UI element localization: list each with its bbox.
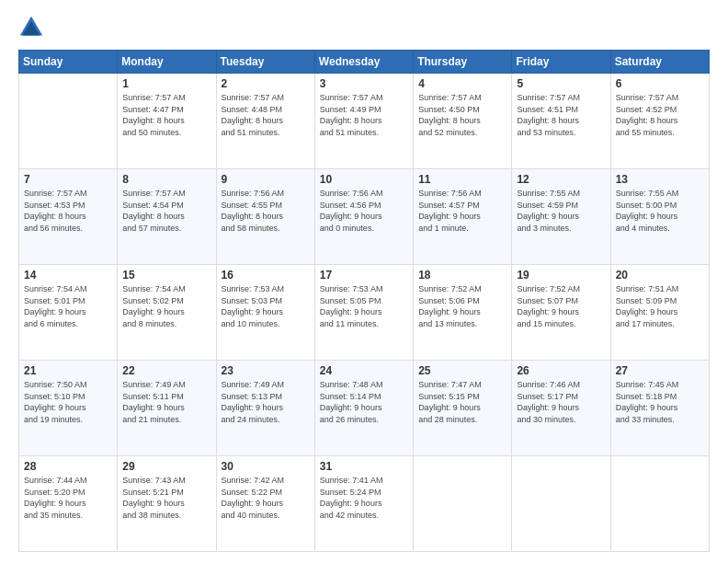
calendar-cell (19, 74, 118, 169)
day-info: Sunrise: 7:57 AM Sunset: 4:54 PM Dayligh… (122, 188, 210, 234)
day-info: Sunrise: 7:53 AM Sunset: 5:05 PM Dayligh… (320, 283, 408, 329)
day-info: Sunrise: 7:50 AM Sunset: 5:10 PM Dayligh… (24, 379, 112, 425)
weekday-header-friday: Friday (512, 51, 610, 74)
day-info: Sunrise: 7:54 AM Sunset: 5:02 PM Dayligh… (122, 283, 210, 329)
calendar-cell: 30Sunrise: 7:42 AM Sunset: 5:22 PM Dayli… (216, 456, 314, 552)
day-number: 15 (122, 269, 210, 282)
day-number: 3 (320, 77, 408, 90)
day-number: 4 (418, 77, 506, 90)
calendar-table: SundayMondayTuesdayWednesdayThursdayFrid… (18, 50, 710, 552)
calendar-cell: 5Sunrise: 7:57 AM Sunset: 4:51 PM Daylig… (512, 74, 610, 169)
logo-icon (18, 15, 44, 40)
day-number: 9 (222, 173, 310, 186)
day-number: 21 (24, 364, 112, 377)
calendar-cell (610, 456, 709, 552)
weekday-header-thursday: Thursday (414, 51, 512, 74)
day-info: Sunrise: 7:56 AM Sunset: 4:57 PM Dayligh… (418, 188, 506, 234)
calendar-cell: 27Sunrise: 7:45 AM Sunset: 5:18 PM Dayli… (610, 361, 709, 456)
calendar-cell: 31Sunrise: 7:41 AM Sunset: 5:24 PM Dayli… (314, 456, 413, 552)
day-number: 2 (222, 77, 310, 90)
day-info: Sunrise: 7:57 AM Sunset: 4:52 PM Dayligh… (616, 92, 704, 138)
day-number: 25 (418, 364, 506, 377)
weekday-header-wednesday: Wednesday (314, 51, 413, 74)
weekday-header-saturday: Saturday (610, 51, 709, 74)
day-number: 19 (517, 269, 605, 282)
day-info: Sunrise: 7:52 AM Sunset: 5:06 PM Dayligh… (418, 283, 506, 329)
calendar-week-4: 21Sunrise: 7:50 AM Sunset: 5:10 PM Dayli… (19, 361, 710, 456)
calendar-cell: 23Sunrise: 7:49 AM Sunset: 5:13 PM Dayli… (216, 361, 314, 456)
calendar-cell: 6Sunrise: 7:57 AM Sunset: 4:52 PM Daylig… (610, 74, 709, 169)
calendar-cell: 26Sunrise: 7:46 AM Sunset: 5:17 PM Dayli… (512, 361, 610, 456)
day-info: Sunrise: 7:57 AM Sunset: 4:49 PM Dayligh… (320, 92, 408, 138)
calendar-cell (512, 456, 610, 552)
weekday-header-monday: Monday (118, 51, 216, 74)
day-number: 14 (24, 269, 112, 282)
calendar-cell: 13Sunrise: 7:55 AM Sunset: 5:00 PM Dayli… (610, 169, 709, 265)
calendar-cell: 4Sunrise: 7:57 AM Sunset: 4:50 PM Daylig… (414, 74, 512, 169)
day-number: 20 (616, 269, 704, 282)
day-info: Sunrise: 7:48 AM Sunset: 5:14 PM Dayligh… (320, 379, 408, 425)
calendar-cell: 10Sunrise: 7:56 AM Sunset: 4:56 PM Dayli… (314, 169, 413, 265)
day-info: Sunrise: 7:56 AM Sunset: 4:56 PM Dayligh… (320, 188, 408, 234)
day-info: Sunrise: 7:56 AM Sunset: 4:55 PM Dayligh… (222, 188, 310, 234)
day-info: Sunrise: 7:57 AM Sunset: 4:51 PM Dayligh… (517, 92, 605, 138)
day-info: Sunrise: 7:49 AM Sunset: 5:13 PM Dayligh… (222, 379, 310, 425)
weekday-header-row: SundayMondayTuesdayWednesdayThursdayFrid… (19, 51, 710, 74)
day-number: 22 (122, 364, 210, 377)
day-number: 24 (320, 364, 408, 377)
calendar-cell: 22Sunrise: 7:49 AM Sunset: 5:11 PM Dayli… (118, 361, 216, 456)
day-number: 11 (418, 173, 506, 186)
day-number: 10 (320, 173, 408, 186)
day-info: Sunrise: 7:42 AM Sunset: 5:22 PM Dayligh… (222, 475, 310, 521)
day-info: Sunrise: 7:55 AM Sunset: 4:59 PM Dayligh… (517, 188, 605, 234)
calendar-cell: 11Sunrise: 7:56 AM Sunset: 4:57 PM Dayli… (414, 169, 512, 265)
calendar-week-3: 14Sunrise: 7:54 AM Sunset: 5:01 PM Dayli… (19, 265, 710, 361)
calendar-cell: 20Sunrise: 7:51 AM Sunset: 5:09 PM Dayli… (610, 265, 709, 361)
calendar-cell: 18Sunrise: 7:52 AM Sunset: 5:06 PM Dayli… (414, 265, 512, 361)
calendar-week-2: 7Sunrise: 7:57 AM Sunset: 4:53 PM Daylig… (19, 169, 710, 265)
weekday-header-sunday: Sunday (19, 51, 118, 74)
day-info: Sunrise: 7:41 AM Sunset: 5:24 PM Dayligh… (320, 475, 408, 521)
calendar-cell: 19Sunrise: 7:52 AM Sunset: 5:07 PM Dayli… (512, 265, 610, 361)
day-info: Sunrise: 7:49 AM Sunset: 5:11 PM Dayligh… (122, 379, 210, 425)
day-number: 8 (122, 173, 210, 186)
day-info: Sunrise: 7:46 AM Sunset: 5:17 PM Dayligh… (517, 379, 605, 425)
calendar-cell (414, 456, 512, 552)
day-info: Sunrise: 7:43 AM Sunset: 5:21 PM Dayligh… (122, 475, 210, 521)
calendar-cell: 2Sunrise: 7:57 AM Sunset: 4:48 PM Daylig… (216, 74, 314, 169)
day-info: Sunrise: 7:57 AM Sunset: 4:53 PM Dayligh… (24, 188, 112, 234)
calendar-cell: 17Sunrise: 7:53 AM Sunset: 5:05 PM Dayli… (314, 265, 413, 361)
day-number: 27 (616, 364, 704, 377)
weekday-header-tuesday: Tuesday (216, 51, 314, 74)
day-number: 26 (517, 364, 605, 377)
day-number: 18 (418, 269, 506, 282)
calendar-week-1: 1Sunrise: 7:57 AM Sunset: 4:47 PM Daylig… (19, 74, 710, 169)
calendar-cell: 1Sunrise: 7:57 AM Sunset: 4:47 PM Daylig… (118, 74, 216, 169)
day-info: Sunrise: 7:47 AM Sunset: 5:15 PM Dayligh… (418, 379, 506, 425)
day-number: 30 (222, 460, 310, 473)
calendar-cell: 15Sunrise: 7:54 AM Sunset: 5:02 PM Dayli… (118, 265, 216, 361)
day-number: 6 (616, 77, 704, 90)
calendar-cell: 29Sunrise: 7:43 AM Sunset: 5:21 PM Dayli… (118, 456, 216, 552)
calendar-cell: 24Sunrise: 7:48 AM Sunset: 5:14 PM Dayli… (314, 361, 413, 456)
day-info: Sunrise: 7:57 AM Sunset: 4:48 PM Dayligh… (222, 92, 310, 138)
day-info: Sunrise: 7:54 AM Sunset: 5:01 PM Dayligh… (24, 283, 112, 329)
calendar-cell: 3Sunrise: 7:57 AM Sunset: 4:49 PM Daylig… (314, 74, 413, 169)
calendar-cell: 8Sunrise: 7:57 AM Sunset: 4:54 PM Daylig… (118, 169, 216, 265)
calendar-week-5: 28Sunrise: 7:44 AM Sunset: 5:20 PM Dayli… (19, 456, 710, 552)
logo (18, 15, 48, 40)
day-info: Sunrise: 7:44 AM Sunset: 5:20 PM Dayligh… (24, 475, 112, 521)
calendar-cell: 25Sunrise: 7:47 AM Sunset: 5:15 PM Dayli… (414, 361, 512, 456)
day-number: 17 (320, 269, 408, 282)
day-info: Sunrise: 7:53 AM Sunset: 5:03 PM Dayligh… (222, 283, 310, 329)
day-number: 12 (517, 173, 605, 186)
day-number: 7 (24, 173, 112, 186)
calendar-cell: 7Sunrise: 7:57 AM Sunset: 4:53 PM Daylig… (19, 169, 118, 265)
calendar-cell: 14Sunrise: 7:54 AM Sunset: 5:01 PM Dayli… (19, 265, 118, 361)
calendar-cell: 16Sunrise: 7:53 AM Sunset: 5:03 PM Dayli… (216, 265, 314, 361)
calendar-cell: 28Sunrise: 7:44 AM Sunset: 5:20 PM Dayli… (19, 456, 118, 552)
day-number: 16 (222, 269, 310, 282)
calendar-cell: 12Sunrise: 7:55 AM Sunset: 4:59 PM Dayli… (512, 169, 610, 265)
day-number: 5 (517, 77, 605, 90)
day-info: Sunrise: 7:45 AM Sunset: 5:18 PM Dayligh… (616, 379, 704, 425)
